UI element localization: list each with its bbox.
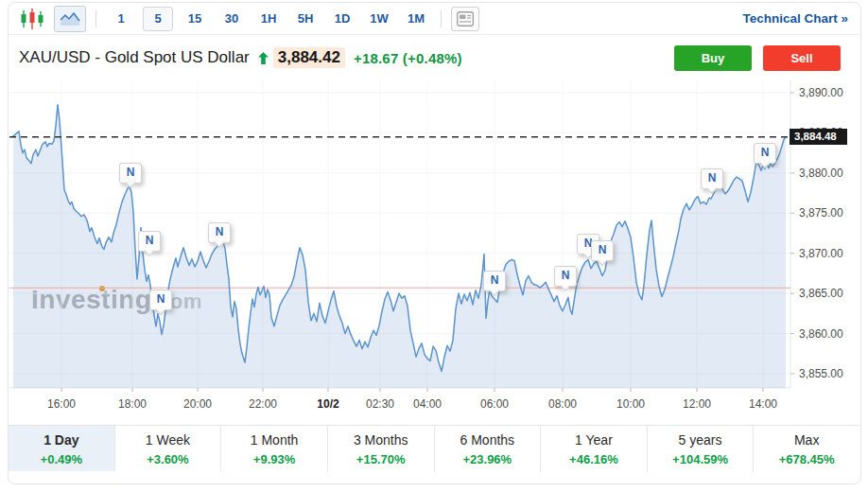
- x-axis-label: 10:00: [616, 397, 645, 411]
- range-tab-change: +9.93%: [221, 452, 327, 466]
- trade-buttons: Buy Sell: [674, 45, 841, 71]
- buy-button[interactable]: Buy: [674, 45, 752, 71]
- range-tab-label: 1 Month: [221, 432, 327, 448]
- timeframe-5h[interactable]: 5H: [290, 7, 321, 31]
- news-panel-icon[interactable]: [451, 7, 479, 31]
- news-marker[interactable]: N: [701, 168, 723, 189]
- area-chart-icon[interactable]: [54, 6, 86, 32]
- y-axis-label: 3,855.00: [799, 367, 843, 380]
- last-price: 3,884.42: [273, 47, 345, 68]
- timeframe-1d[interactable]: 1D: [327, 7, 357, 31]
- timeframe-30[interactable]: 30: [217, 7, 247, 31]
- news-marker[interactable]: N: [483, 271, 506, 291]
- range-tab-change: +104.59%: [648, 452, 754, 466]
- timeframe-1w[interactable]: 1W: [364, 7, 394, 31]
- range-tab-3-months[interactable]: 3 Months+15.70%: [327, 426, 434, 471]
- sell-button[interactable]: Sell: [763, 45, 841, 71]
- timeframe-5[interactable]: 5: [143, 7, 173, 31]
- range-tab-1-year[interactable]: 1 Year+46.16%: [540, 426, 647, 471]
- range-tab-change: +3.60%: [115, 452, 221, 466]
- y-axis-label: 3,860.00: [799, 327, 843, 341]
- range-tab-change: +46.16%: [541, 452, 647, 466]
- range-tab-label: Max: [754, 432, 859, 448]
- last-price-tag: 3,884.48: [790, 129, 847, 145]
- technical-chart-link[interactable]: Technical Chart »: [742, 11, 848, 26]
- range-tab-label: 1 Day: [9, 432, 114, 448]
- news-marker[interactable]: N: [138, 231, 161, 252]
- range-tab-6-months[interactable]: 6 Months+23.96%: [434, 426, 541, 471]
- y-axis-label: 3,870.00: [799, 247, 843, 260]
- price-chart: Investing.com 3,890.003,885.003,880.003,…: [0, 80, 868, 413]
- timeframe-15[interactable]: 15: [180, 7, 210, 31]
- x-axis-label: 02:30: [366, 397, 394, 411]
- x-axis-label: 06:00: [480, 397, 509, 411]
- timeframe-1[interactable]: 1: [106, 7, 136, 31]
- toolbar-divider: [441, 10, 442, 27]
- range-tab-change: +23.96%: [435, 452, 541, 466]
- price-chart-plot[interactable]: 3,890.003,885.003,880.003,875.003,870.00…: [0, 80, 868, 413]
- instrument-title: XAU/USD - Gold Spot US Dollar: [19, 48, 250, 67]
- y-axis-label: 3,890.00: [799, 86, 843, 99]
- x-axis-label: 18:00: [118, 397, 147, 411]
- toolbar-divider: [95, 10, 96, 27]
- chevron-right-icon: »: [841, 11, 848, 26]
- news-marker[interactable]: N: [591, 240, 614, 261]
- chart-toolbar: 1515301H5H1D1W1M Technical Chart »: [9, 3, 859, 35]
- news-marker[interactable]: N: [754, 143, 776, 164]
- news-marker[interactable]: N: [149, 290, 172, 310]
- news-marker[interactable]: N: [554, 266, 577, 287]
- x-axis-label: 16:00: [47, 397, 76, 411]
- y-axis-label: 3,875.00: [799, 206, 843, 220]
- range-tab-label: 5 years: [648, 432, 754, 448]
- x-axis-label: 04:00: [413, 397, 442, 411]
- range-tabs: 1 Day+0.49%1 Week+3.60%1 Month+9.93%3 Mo…: [9, 425, 859, 471]
- range-tab-change: +678.45%: [754, 452, 859, 466]
- range-tab-change: +0.49%: [9, 452, 114, 466]
- range-tab-1-month[interactable]: 1 Month+9.93%: [220, 426, 327, 471]
- range-tab-label: 1 Week: [115, 432, 221, 448]
- y-axis-label: 3,880.00: [799, 167, 843, 180]
- range-tab-5-years[interactable]: 5 years+104.59%: [647, 426, 754, 471]
- range-tab-label: 1 Year: [541, 432, 647, 448]
- price-up-arrow-icon: [258, 52, 269, 64]
- x-axis-label: 20:00: [183, 397, 212, 411]
- timeframe-1m[interactable]: 1M: [401, 7, 431, 31]
- x-axis-label: 08:00: [548, 397, 577, 411]
- range-tab-change: +15.70%: [328, 452, 434, 466]
- news-marker[interactable]: N: [208, 222, 231, 243]
- range-tab-1-week[interactable]: 1 Week+3.60%: [114, 426, 221, 471]
- range-tab-max[interactable]: Max+678.45%: [753, 426, 859, 471]
- news-marker[interactable]: N: [119, 163, 142, 184]
- timeframe-selector: 1515301H5H1D1W1M: [106, 7, 431, 31]
- technical-chart-label: Technical Chart: [742, 11, 837, 26]
- x-axis-label: 14:00: [749, 397, 777, 411]
- range-tab-label: 6 Months: [435, 432, 541, 448]
- instrument-header: XAU/USD - Gold Spot US Dollar 3,884.42 +…: [9, 36, 859, 79]
- y-axis-label: 3,865.00: [799, 287, 843, 300]
- price-area-fill: [13, 105, 786, 388]
- range-tab-label: 3 Months: [328, 432, 434, 448]
- x-axis-label: 22:00: [249, 397, 277, 411]
- candlestick-chart-icon[interactable]: [18, 7, 46, 31]
- x-axis-label: 10/2: [317, 397, 339, 411]
- x-axis-label: 12:00: [683, 397, 711, 411]
- timeframe-1h[interactable]: 1H: [253, 7, 284, 31]
- range-tab-1-day[interactable]: 1 Day+0.49%: [9, 426, 114, 471]
- price-change: +18.67 (+0.48%): [354, 50, 462, 66]
